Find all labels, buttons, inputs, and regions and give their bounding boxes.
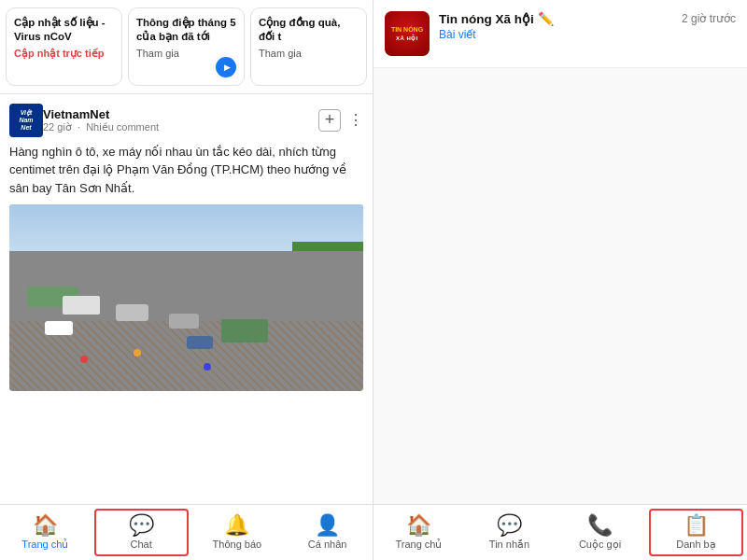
- bike-2: [134, 349, 141, 357]
- story-title-message: Thông điệp tháng 5 của bạn đã tới: [136, 16, 236, 44]
- right-content-area: [374, 68, 747, 504]
- nav-label-thongbao: Thông báo: [213, 539, 262, 550]
- left-panel: Cập nhật số liệu - Virus nCoV Cập nhật t…: [0, 0, 374, 560]
- home-icon-right: 🏠: [406, 515, 431, 536]
- story-card-message[interactable]: Thông điệp tháng 5 của bạn đã tới Tham g…: [128, 7, 245, 86]
- car-3: [187, 336, 213, 349]
- car-4: [63, 296, 100, 315]
- post-source: VietnamNet: [43, 107, 318, 121]
- right-panel: TIN NÓNG XÃ HỘI Tin nóng Xã hội ✏️ 2 giờ…: [374, 0, 747, 560]
- nav-label-trangchu: Trang chủ: [21, 539, 68, 551]
- bell-icon: 🔔: [224, 515, 249, 536]
- xa-hoi-text: XÃ HỘI: [396, 35, 418, 41]
- story-card-community[interactable]: Cộng đồng quà, đối t Tham gia: [250, 7, 367, 86]
- nav-item-thongbao[interactable]: 🔔 Thông báo: [192, 505, 283, 560]
- story-play-button[interactable]: [216, 57, 236, 77]
- notif-source-name: Tin nóng Xã hội: [439, 11, 534, 26]
- nav-item-trangchu-right[interactable]: 🏠 Trang chủ: [374, 505, 464, 560]
- add-icon[interactable]: +: [318, 109, 341, 132]
- story-card-virus[interactable]: Cập nhật số liệu - Virus nCoV Cập nhật t…: [6, 7, 122, 86]
- car-5: [169, 314, 199, 329]
- home-icon: 🏠: [33, 515, 58, 536]
- nav-item-danhba[interactable]: 📋 Danh bạ: [649, 509, 743, 556]
- post-feed: ViệtNamNet VietnamNet 22 giờ · Nhiều com…: [0, 94, 373, 504]
- nav-label-chat: Chat: [131, 539, 152, 550]
- user-icon: 👤: [315, 515, 340, 536]
- nav-item-trangchu[interactable]: 🏠 Trang chủ: [0, 505, 91, 560]
- nav-label-trangchu-right: Trang chủ: [395, 539, 442, 551]
- road: [9, 251, 363, 391]
- more-icon[interactable]: ⋮: [348, 111, 363, 129]
- nav-item-canhan[interactable]: 👤 Cá nhân: [282, 505, 373, 560]
- notification-card[interactable]: TIN NÓNG XÃ HỘI Tin nóng Xã hội ✏️ 2 giờ…: [374, 0, 747, 68]
- post-header: ViệtNamNet VietnamNet 22 giờ · Nhiều com…: [9, 104, 363, 137]
- post-meta: VietnamNet 22 giờ · Nhiều comment: [43, 107, 318, 133]
- nav-label-danhba: Danh bạ: [676, 539, 715, 551]
- story-title-virus: Cập nhật số liệu - Virus nCoV: [14, 16, 114, 44]
- car-1: [45, 321, 73, 335]
- post-actions: + ⋮: [318, 109, 363, 132]
- notif-sub-label[interactable]: Bài viết: [439, 28, 736, 41]
- message-icon: 💬: [497, 515, 522, 536]
- notif-avatar-inner: TIN NÓNG XÃ HỘI: [385, 11, 430, 56]
- story-action-virus: Cập nhật trực tiếp: [14, 48, 114, 60]
- bottom-nav-left: 🏠 Trang chủ 💬 Chat 🔔 Thông báo 👤 Cá nhân: [0, 504, 373, 560]
- post-image: [9, 204, 363, 391]
- notif-content: Tin nóng Xã hội ✏️ 2 giờ trước Bài viết: [439, 11, 736, 41]
- edit-icon: ✏️: [538, 11, 554, 26]
- post-time: 22 giờ · Nhiều comment: [43, 121, 318, 133]
- nav-label-canhan: Cá nhân: [308, 539, 347, 550]
- chat-icon: 💬: [129, 515, 154, 536]
- contacts-icon: 📋: [684, 515, 709, 536]
- post-text: Hàng nghìn ô tô, xe máy nối nhau ùn tắc …: [9, 143, 363, 198]
- car-2: [116, 304, 148, 321]
- phone-icon: 📞: [587, 515, 613, 536]
- bottom-nav-right: 🏠 Trang chủ 💬 Tin nhắn 📞 Cuộc gọi 📋 Danh…: [374, 504, 747, 560]
- notif-time: 2 giờ trước: [682, 12, 736, 25]
- notif-header-row: Tin nóng Xã hội ✏️ 2 giờ trước: [439, 11, 736, 26]
- notif-avatar: TIN NÓNG XÃ HỘI: [385, 11, 430, 56]
- stories-bar: Cập nhật số liệu - Virus nCoV Cập nhật t…: [0, 0, 373, 94]
- traffic-scene: [9, 204, 363, 391]
- vietnamnet-logo: ViệtNamNet: [9, 104, 43, 137]
- nav-item-cuocgoi[interactable]: 📞 Cuộc gọi: [555, 505, 645, 560]
- nav-item-chat[interactable]: 💬 Chat: [94, 509, 189, 556]
- story-join-community: Tham gia: [259, 48, 359, 59]
- story-title-community: Cộng đồng quà, đối t: [259, 16, 359, 44]
- tin-nong-text: TIN NÓNG: [391, 26, 423, 34]
- bus-1: [221, 319, 268, 343]
- nav-label-tinnhan: Tin nhắn: [489, 539, 529, 551]
- nav-item-tinnhan[interactable]: 💬 Tin nhắn: [464, 505, 555, 560]
- nav-label-cuocgoi: Cuộc gọi: [579, 539, 621, 551]
